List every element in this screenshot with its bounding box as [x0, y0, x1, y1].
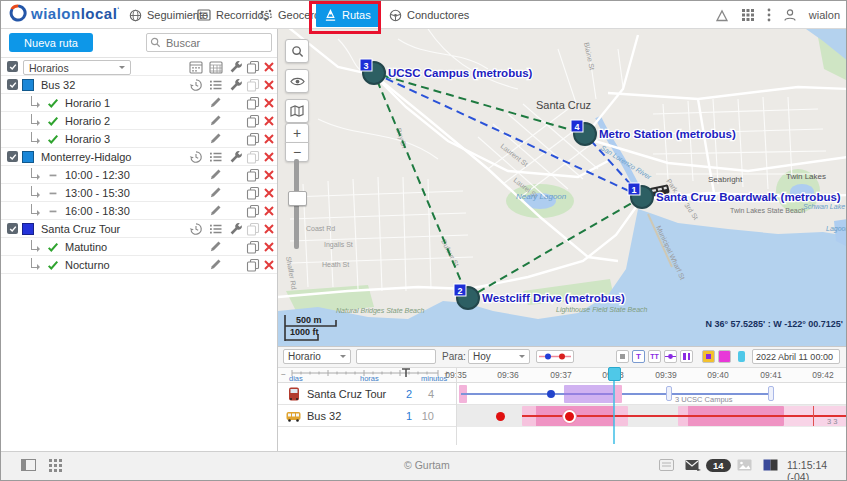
reference-book-icon[interactable]: [763, 459, 778, 471]
edit-icon[interactable]: [209, 258, 223, 272]
layout-panel-icon[interactable]: [21, 459, 36, 471]
route-row-bus32[interactable]: Bus 32: [1, 76, 277, 94]
timeline-type-select[interactable]: Horario: [283, 349, 351, 364]
delete-icon[interactable]: [262, 258, 276, 272]
map-search-button[interactable]: [285, 39, 309, 63]
map-zoom-slider-handle[interactable]: [288, 191, 307, 206]
calendar-days-icon[interactable]: [189, 60, 203, 74]
edit-icon[interactable]: [209, 186, 223, 200]
log-icon[interactable]: [659, 459, 674, 471]
new-route-button[interactable]: Nueva ruta: [9, 33, 93, 52]
delete-icon[interactable]: [262, 78, 276, 92]
schedule-list-icon[interactable]: [209, 150, 223, 164]
edit-icon[interactable]: [209, 168, 223, 182]
toggle-bars-button[interactable]: [680, 350, 693, 363]
copy-icon[interactable]: [246, 114, 260, 128]
delete-icon[interactable]: [262, 204, 276, 218]
timeline-period-select[interactable]: Hoy: [468, 349, 530, 364]
user-icon[interactable]: [783, 8, 797, 22]
map-layers-button[interactable]: [285, 99, 309, 123]
edit-icon[interactable]: [209, 114, 223, 128]
wrench-icon[interactable]: [229, 222, 243, 236]
edit-icon[interactable]: [209, 132, 223, 146]
delete-icon[interactable]: [262, 96, 276, 110]
delete-icon[interactable]: [262, 222, 276, 236]
timeline-date-input[interactable]: [752, 349, 840, 364]
timeline-cursor-handle[interactable]: [608, 367, 621, 381]
top-navbar: wialonlocalʻ Seguimiento Recorridos Geoc…: [1, 1, 846, 29]
timeline-filter-input[interactable]: [356, 349, 436, 364]
cursor-marker-icon[interactable]: [738, 351, 745, 362]
schedule-row[interactable]: Horario 3: [1, 130, 277, 148]
wialon-logo[interactable]: wialonlocalʻ: [9, 4, 119, 22]
schedule-row[interactable]: Nocturno: [1, 256, 277, 274]
history-icon[interactable]: [189, 222, 203, 236]
copy-icon[interactable]: [246, 186, 260, 200]
copy-icon[interactable]: [246, 96, 260, 110]
delete-icon[interactable]: [262, 168, 276, 182]
apps-grid-icon[interactable]: [741, 8, 755, 22]
wrench-icon[interactable]: [229, 150, 243, 164]
routes-sidebar: Nueva ruta Horarios Bus 32: [1, 29, 278, 453]
wrench-icon[interactable]: [229, 60, 243, 74]
toggle-violations-button[interactable]: [718, 350, 731, 363]
history-icon[interactable]: [189, 78, 203, 92]
schedule-list-icon[interactable]: [209, 222, 223, 236]
zoom-in-button[interactable]: +: [285, 123, 309, 143]
copy-icon[interactable]: [246, 168, 260, 182]
toggle-events-button[interactable]: [702, 350, 715, 363]
timeline-row-santa-cruz-tour[interactable]: Santa Cruz Tour 2 4 3 UCSC Campus: [278, 383, 847, 405]
delete-icon[interactable]: [262, 60, 276, 74]
schedule-row[interactable]: 13:00 - 15:30: [1, 184, 277, 202]
zoom-minus[interactable]: −: [281, 369, 286, 379]
schedule-row[interactable]: 10:00 - 12:30: [1, 166, 277, 184]
toggle-t-button[interactable]: T: [632, 350, 645, 363]
edit-icon[interactable]: [209, 96, 223, 110]
copy-icon[interactable]: [246, 132, 260, 146]
toggle-moves-button[interactable]: [664, 350, 677, 363]
copy-icon[interactable]: [246, 60, 260, 74]
schedule-row[interactable]: Matutino: [1, 238, 277, 256]
delete-icon[interactable]: [262, 240, 276, 254]
timeline-row-bus32[interactable]: Bus 32 1 10 3 3: [278, 405, 847, 427]
user-name[interactable]: wialon: [809, 9, 840, 21]
schedule-list-icon[interactable]: [209, 78, 223, 92]
toggle-tt-button[interactable]: TT: [648, 350, 661, 363]
search-box[interactable]: [146, 33, 272, 52]
edit-icon[interactable]: [209, 204, 223, 218]
reports-icon[interactable]: [715, 9, 729, 22]
history-icon[interactable]: [189, 150, 203, 164]
copy-icon[interactable]: [246, 204, 260, 218]
schedule-row[interactable]: Horario 1: [1, 94, 277, 112]
route-checkbox[interactable]: [7, 223, 18, 234]
edit-icon[interactable]: [209, 240, 223, 254]
timeline-legend-button[interactable]: [536, 350, 574, 363]
city-label: Santa Cruz: [536, 99, 591, 111]
view-mode-select[interactable]: Horarios: [23, 60, 131, 75]
route-checkbox[interactable]: [7, 79, 18, 90]
tab-conductores[interactable]: Conductores: [389, 1, 469, 29]
calendar-table-icon[interactable]: [209, 60, 223, 74]
grid-dots-icon[interactable]: [49, 459, 62, 472]
kebab-menu-icon[interactable]: [767, 8, 771, 22]
select-all-checkbox[interactable]: [7, 61, 18, 72]
map-visibility-button[interactable]: [285, 69, 309, 93]
messages-indicator[interactable]: 14: [685, 459, 731, 472]
search-input[interactable]: [164, 36, 271, 50]
route-row-monterrey[interactable]: Monterrey-Hidalgo: [1, 148, 277, 166]
gallery-icon[interactable]: [737, 459, 752, 471]
map-panel[interactable]: Bay Dr Laurent St Laurel St Refugio Rd C…: [278, 29, 847, 346]
schedule-row[interactable]: 16:00 - 18:30: [1, 202, 277, 220]
tab-rutas[interactable]: Rutas: [316, 3, 379, 27]
delete-icon[interactable]: [262, 114, 276, 128]
delete-icon[interactable]: [262, 150, 276, 164]
copy-icon[interactable]: [246, 240, 260, 254]
delete-icon[interactable]: [262, 186, 276, 200]
route-row-santa-cruz-tour[interactable]: Santa Cruz Tour: [1, 220, 277, 238]
toggle-plain-button[interactable]: [616, 350, 629, 363]
schedule-row[interactable]: Horario 2: [1, 112, 277, 130]
route-checkbox[interactable]: [7, 151, 18, 162]
wrench-icon[interactable]: [229, 78, 243, 92]
copy-icon[interactable]: [246, 258, 260, 272]
delete-icon[interactable]: [262, 132, 276, 146]
